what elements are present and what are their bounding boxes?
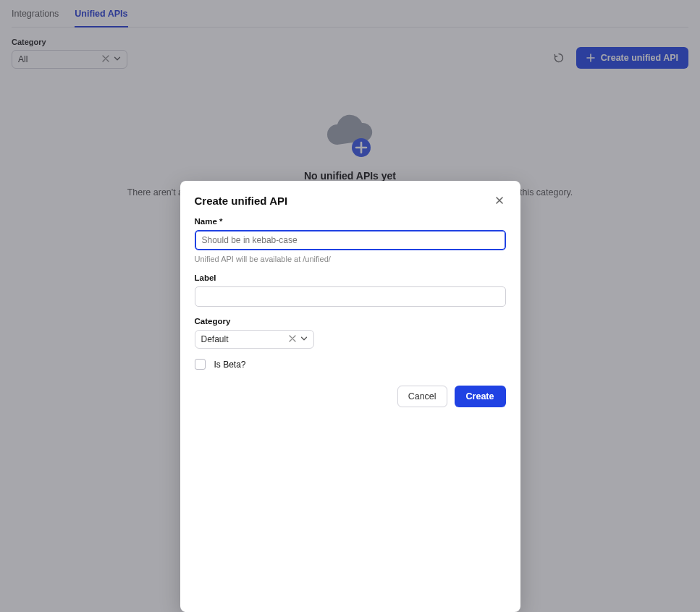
create-button[interactable]: Create (455, 386, 506, 407)
modal-overlay: Create unified API Name * Unified API wi… (0, 0, 700, 612)
cancel-button[interactable]: Cancel (397, 386, 447, 407)
name-hint: Unified API will be available at /unifie… (195, 255, 506, 263)
name-field-label: Name * (195, 217, 506, 226)
create-unified-api-modal: Create unified API Name * Unified API wi… (180, 181, 520, 612)
label-field-label: Label (195, 273, 506, 282)
modal-category-label: Category (195, 317, 506, 326)
clear-icon[interactable] (289, 334, 296, 344)
modal-title: Create unified API (195, 195, 288, 207)
is-beta-label: Is Beta? (214, 360, 246, 370)
name-input[interactable] (195, 230, 506, 250)
is-beta-checkbox[interactable] (195, 359, 206, 370)
close-icon (495, 196, 504, 205)
modal-category-value: Default (201, 334, 284, 344)
chevron-down-icon[interactable] (300, 334, 308, 344)
modal-close-button[interactable] (493, 194, 506, 207)
modal-category-select[interactable]: Default (195, 330, 314, 349)
label-input[interactable] (195, 286, 506, 307)
